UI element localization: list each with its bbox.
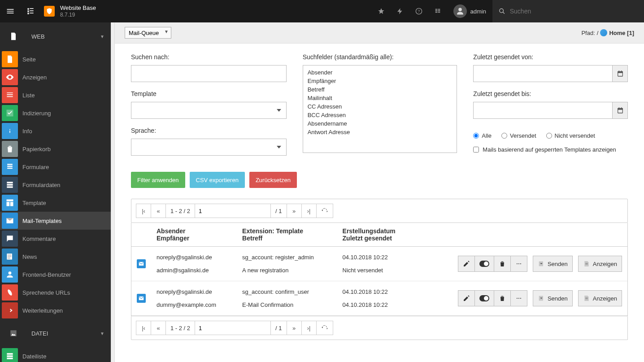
searchfield-option[interactable]: CC Adressen — [308, 102, 453, 111]
sidebar-item-formulardaten[interactable]: Formulardaten — [0, 176, 111, 194]
searchfields-listbox[interactable]: AbsenderEmpfängerBetreffMailinhaltCC Adr… — [303, 65, 457, 153]
paginator-top: |‹ « 1 - 2 / 2 / 1 » ›| — [131, 199, 628, 223]
searchfield-option[interactable]: Antwort Adresse — [308, 128, 453, 136]
sidebar-item-dateiliste[interactable]: Dateiliste — [0, 347, 111, 362]
show-button[interactable]: Anzeigen — [578, 290, 622, 306]
bookmark-button[interactable] — [372, 0, 391, 22]
more-button[interactable] — [510, 290, 527, 306]
radio-sent[interactable]: Versendet — [501, 132, 536, 139]
sidebar-item-anzeigen[interactable]: Anzeigen — [0, 68, 111, 86]
formdata-icon — [2, 177, 18, 193]
refresh-icon — [321, 207, 328, 214]
delete-button[interactable] — [494, 256, 511, 272]
searchfields-label: Suchfelder (standardmäßig alle): — [303, 53, 457, 61]
list-icon — [2, 87, 18, 103]
sidebar-item-frontend-benutzer[interactable]: Frontend-Benutzer — [0, 266, 111, 283]
sidebar-item-label: Formulare — [22, 164, 49, 170]
search-input[interactable] — [510, 8, 638, 15]
sidebar-item-label: News — [22, 253, 37, 260]
th-recipient: Empfänger — [157, 235, 231, 242]
tree-toggle-button[interactable] — [20, 0, 40, 22]
search-icon — [499, 8, 505, 15]
clear-cache-button[interactable] — [391, 0, 409, 22]
sidebar-item-kommentare[interactable]: Kommentare — [0, 230, 111, 248]
ellipsis-icon — [515, 260, 522, 267]
sidebar-group[interactable]: WEB▼ — [0, 22, 111, 50]
sidebar-item-label: Indizierung — [22, 110, 51, 117]
searchfield-option[interactable]: Absender — [308, 68, 453, 77]
main-content: Mail-Queue Pfad: / Home [1] Suchen nach: — [115, 22, 644, 362]
help-button[interactable]: ? — [409, 0, 428, 22]
searchfield-option[interactable]: Absendername — [308, 119, 453, 128]
refresh-button[interactable] — [316, 321, 333, 335]
chevron-down-icon: ▼ — [100, 34, 104, 39]
template-select[interactable] — [131, 102, 287, 119]
prev-page-button[interactable]: « — [151, 321, 166, 335]
page-input[interactable] — [195, 204, 271, 218]
locked-checkbox[interactable] — [473, 147, 479, 153]
first-page-button[interactable]: |‹ — [136, 321, 151, 335]
radio-all[interactable]: Alle — [473, 132, 492, 139]
sidebar-group[interactable]: DATEI▼ — [0, 319, 111, 347]
searchfield-option[interactable]: BCC Adressen — [308, 111, 453, 119]
bolt-icon — [396, 8, 404, 15]
first-page-button[interactable]: |‹ — [136, 204, 151, 218]
next-page-button[interactable]: » — [287, 204, 302, 218]
language-select[interactable] — [131, 139, 287, 156]
sidebar-item-seite[interactable]: Seite — [0, 50, 111, 68]
csv-export-button[interactable]: CSV exportieren — [190, 172, 245, 188]
th-subject: Betreff — [242, 235, 331, 242]
radio-unsent[interactable]: Nicht versendet — [546, 132, 595, 139]
grid-icon — [434, 8, 441, 15]
sent-from-input[interactable] — [473, 65, 613, 82]
toggle-button[interactable] — [474, 256, 494, 272]
reset-button[interactable]: Zurücksetzen — [249, 172, 297, 188]
delete-button[interactable] — [494, 290, 511, 306]
svg-point-5 — [517, 263, 518, 264]
sidebar-item-news[interactable]: News — [0, 248, 111, 266]
last-page-button[interactable]: ›| — [301, 321, 317, 335]
app-button[interactable] — [428, 0, 447, 22]
global-search[interactable] — [492, 0, 644, 22]
edit-button[interactable] — [458, 290, 475, 306]
module-function-select[interactable]: Mail-Queue — [125, 27, 171, 39]
sidebar-item-weiterleitungen[interactable]: Weiterleitungen — [0, 301, 111, 319]
searchfield-option[interactable]: Empfänger — [308, 77, 453, 85]
show-button[interactable]: Anzeigen — [578, 256, 622, 272]
searchfield-option[interactable]: Betreff — [308, 85, 453, 94]
apply-filter-button[interactable]: Filter anwenden — [131, 172, 185, 188]
page-tree-collapsed[interactable] — [111, 22, 115, 362]
trash-icon — [2, 141, 18, 157]
next-page-button[interactable]: » — [287, 321, 302, 335]
sent-from-datepicker[interactable] — [613, 65, 628, 82]
sent-to-input[interactable] — [473, 102, 613, 119]
cell-recipient: admin@sgalinski.de — [157, 267, 231, 274]
sidebar-item-info[interactable]: Info — [0, 122, 111, 140]
search-input-field[interactable] — [131, 65, 287, 82]
searchfield-option[interactable]: Mailinhalt — [308, 94, 453, 102]
sidebar-item-mail-templates[interactable]: Mail-Templates — [0, 212, 111, 230]
sidebar-item-label: Liste — [22, 92, 35, 99]
toggle-button[interactable] — [474, 290, 494, 306]
sent-to-datepicker[interactable] — [613, 102, 628, 119]
sidebar-item-liste[interactable]: Liste — [0, 86, 111, 104]
sidebar-item-papierkorb[interactable]: Papierkorb — [0, 140, 111, 158]
sidebar-item-sprechende-urls[interactable]: Sprechende URLs — [0, 283, 111, 301]
locked-templates-check[interactable]: Mails basierend auf gesperrten Templates… — [473, 146, 628, 153]
sidebar-item-indizierung[interactable]: Indizierung — [0, 104, 111, 122]
sidebar-item-template[interactable]: Template — [0, 194, 111, 212]
path-node[interactable]: Home [1] — [609, 30, 634, 36]
send-button[interactable]: Senden — [533, 256, 573, 272]
more-button[interactable] — [510, 256, 527, 272]
refresh-button[interactable] — [316, 204, 333, 218]
page-input[interactable] — [195, 321, 271, 335]
shield-icon — [46, 8, 53, 15]
edit-button[interactable] — [458, 256, 475, 272]
prev-page-button[interactable]: « — [151, 204, 166, 218]
last-page-button[interactable]: ›| — [301, 204, 317, 218]
send-button[interactable]: Senden — [533, 290, 573, 306]
menu-toggle-button[interactable] — [0, 0, 20, 22]
mail-icon — [137, 259, 146, 268]
sidebar-item-formulare[interactable]: Formulare — [0, 158, 111, 176]
user-menu[interactable]: admin — [447, 4, 492, 18]
